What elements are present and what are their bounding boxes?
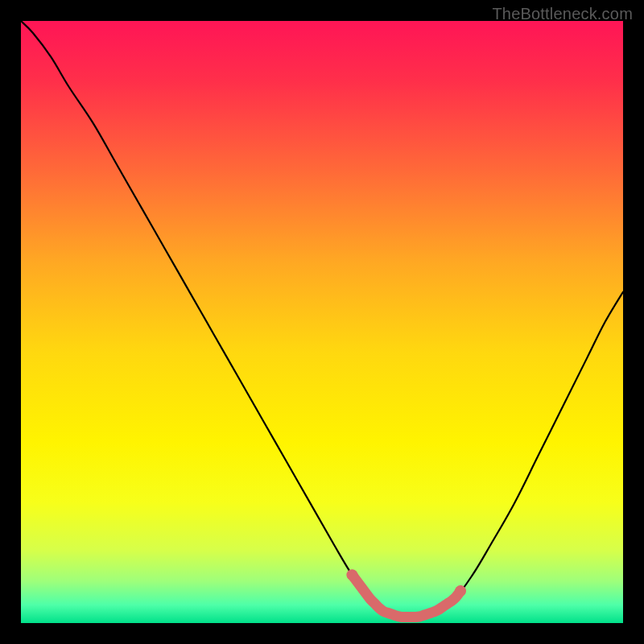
chart-svg [21,21,623,623]
chart-stage: TheBottleneck.com [0,0,644,644]
watermark-label: TheBottleneck.com [492,5,633,23]
highlight-start-dot [346,569,357,580]
gradient-background [21,21,623,623]
highlight-end-dot [455,585,466,597]
plot-area [21,21,623,623]
